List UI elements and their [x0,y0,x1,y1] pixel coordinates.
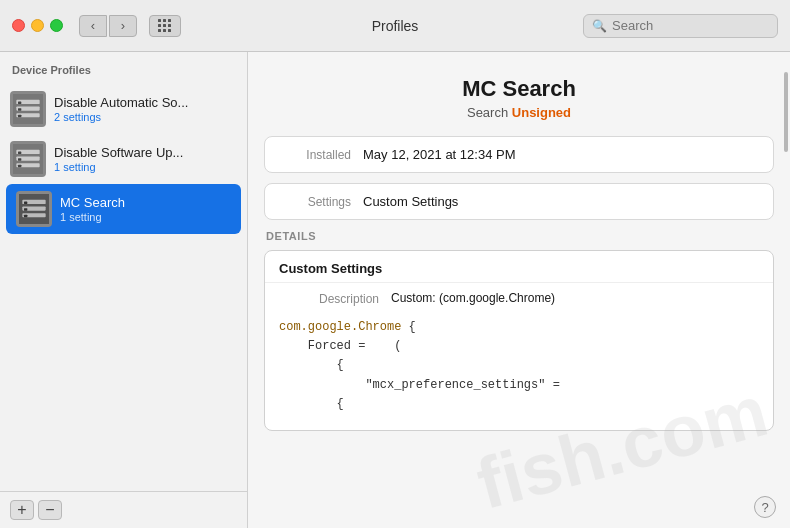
desc-value: Custom: (com.google.Chrome) [391,291,555,305]
help-button[interactable]: ? [754,496,776,518]
code-line-3: { [279,356,759,375]
installed-label: Installed [281,148,351,162]
sidebar-item-profile-2[interactable]: Disable Software Up... 1 setting [0,134,247,184]
details-section: DETAILS Custom Settings Description Cust… [264,230,774,431]
settings-row: Settings Custom Settings [264,183,774,220]
profile-info-3: MC Search 1 setting [60,195,125,223]
profile-name-2: Disable Software Up... [54,145,183,160]
grid-icon [158,19,172,33]
profile-info-2: Disable Software Up... 1 setting [54,145,183,173]
profile-settings-3: 1 setting [60,211,125,223]
svg-rect-5 [18,108,21,111]
detail-unsigned-badge: Unsigned [512,105,571,120]
add-profile-button[interactable]: + [10,500,34,520]
title-bar: ‹ › Profiles 🔍 [0,0,790,52]
installed-row: Installed May 12, 2021 at 12:34 PM [264,136,774,173]
details-content: Description Custom: (com.google.Chrome) … [265,283,773,430]
profile-info-1: Disable Automatic So... 2 settings [54,95,188,123]
code-block: com.google.Chrome { Forced = ( { "mcx_pr… [279,314,759,418]
grid-view-button[interactable] [149,15,181,37]
traffic-lights [12,19,63,32]
nav-buttons: ‹ › [79,15,137,37]
sidebar: Device Profiles Disable Automatic So... … [0,52,248,528]
code-line-2: Forced = ( [279,337,759,356]
back-button[interactable]: ‹ [79,15,107,37]
description-row: Description Custom: (com.google.Chrome) [279,291,759,306]
close-button[interactable] [12,19,25,32]
profile-settings-2: 1 setting [54,161,183,173]
svg-rect-18 [24,202,27,205]
profile-icon-2 [10,141,46,177]
details-section-label: DETAILS [264,230,774,242]
profile-icon-1 [10,91,46,127]
svg-rect-6 [18,115,21,118]
scrollbar-track[interactable] [782,52,790,528]
detail-pane: fish.com MC Search Search Unsigned Insta… [248,52,790,528]
sidebar-item-profile-1[interactable]: Disable Automatic So... 2 settings [0,84,247,134]
maximize-button[interactable] [50,19,63,32]
details-box: Custom Settings Description Custom: (com… [264,250,774,431]
window-title: Profiles [372,18,419,34]
profile-settings-1: 2 settings [54,111,188,123]
details-box-title: Custom Settings [265,251,773,283]
settings-label: Settings [281,195,351,209]
desc-label: Description [279,291,379,306]
sidebar-section-title: Device Profiles [0,64,247,84]
svg-rect-13 [18,165,21,168]
svg-rect-20 [24,215,27,218]
search-icon: 🔍 [592,19,607,33]
sidebar-bottom-toolbar: + − [0,491,247,528]
search-input[interactable] [612,18,769,33]
forward-button[interactable]: › [109,15,137,37]
installed-value: May 12, 2021 at 12:34 PM [363,147,515,162]
profile-name-3: MC Search [60,195,125,210]
search-bar[interactable]: 🔍 [583,14,778,38]
detail-subtitle: Search Unsigned [268,105,770,120]
profile-name-1: Disable Automatic So... [54,95,188,110]
minimize-button[interactable] [31,19,44,32]
svg-rect-19 [24,208,27,211]
sidebar-item-profile-3[interactable]: MC Search 1 setting [6,184,241,234]
code-line-4: "mcx_preference_settings" = [279,376,759,395]
svg-rect-12 [18,158,21,161]
detail-title: MC Search [268,76,770,102]
svg-rect-11 [18,152,21,155]
profile-icon-3 [16,191,52,227]
scrollbar-thumb[interactable] [784,72,788,152]
code-line-1: com.google.Chrome { [279,318,759,337]
svg-rect-4 [18,102,21,105]
detail-subtitle-label: Search [467,105,508,120]
code-line-5: { [279,395,759,414]
main-content: Device Profiles Disable Automatic So... … [0,52,790,528]
settings-value: Custom Settings [363,194,458,209]
detail-header: MC Search Search Unsigned [248,52,790,136]
remove-profile-button[interactable]: − [38,500,62,520]
